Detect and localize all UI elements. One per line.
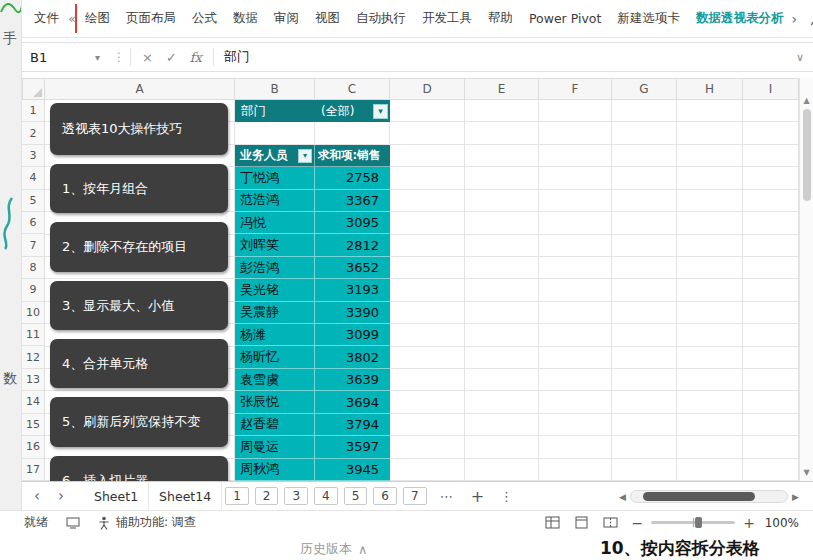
ribbon-tab-6[interactable]: 审阅 xyxy=(266,0,307,37)
sheet-tab-Sheet14[interactable]: Sheet14 xyxy=(149,482,222,510)
zoom-level-label[interactable]: 100% xyxy=(763,516,799,530)
pivot-value-header-cell[interactable]: 求和项:销售 xyxy=(315,145,390,167)
accessibility-status-label[interactable]: 辅助功能: 调查 xyxy=(116,514,196,531)
column-header-A[interactable]: A xyxy=(45,78,235,100)
column-header-I[interactable]: I xyxy=(743,78,799,100)
zoom-slider-thumb[interactable] xyxy=(695,517,702,528)
sheet-tab-1[interactable]: 1 xyxy=(225,487,249,505)
cells-layer[interactable]: 部门 (全部) ▾ 业务人员 ▾ 求和项:销售 丁悦鸿2758范浩鸿3367冯悦… xyxy=(45,100,799,481)
pivot-value-cell[interactable]: 3639 xyxy=(315,369,390,391)
sheet-nav-left[interactable]: ‹ xyxy=(22,487,52,505)
pivot-name-cell[interactable]: 冯悦 xyxy=(235,212,315,234)
row-header-13[interactable]: 13 xyxy=(22,369,45,391)
row-header-14[interactable]: 14 xyxy=(22,391,45,413)
row-header-8[interactable]: 8 xyxy=(22,257,45,279)
page-layout-view-icon[interactable] xyxy=(574,516,589,529)
pivot-value-cell[interactable]: 2812 xyxy=(315,234,390,256)
column-header-H[interactable]: H xyxy=(677,78,743,100)
horizontal-scrollbar-track[interactable] xyxy=(630,490,788,503)
horizontal-scrollbar-thumb[interactable] xyxy=(643,492,755,501)
row-header-3[interactable]: 3 xyxy=(22,145,45,167)
pivot-name-cell[interactable]: 周秋鸿 xyxy=(235,459,315,481)
ribbon-tab-3[interactable]: 页面布局 xyxy=(118,0,184,37)
pivot-name-cell[interactable]: 袁雪虞 xyxy=(235,369,315,391)
zoom-slider[interactable] xyxy=(651,521,735,524)
row-header-12[interactable]: 12 xyxy=(22,346,45,368)
history-version-control[interactable]: 历史版本 ∧ xyxy=(300,540,368,558)
pivot-name-cell[interactable]: 丁悦鸿 xyxy=(235,167,315,189)
pivot-name-cell[interactable]: 杨潍 xyxy=(235,324,315,346)
pivot-name-cell[interactable]: 刘晖笑 xyxy=(235,234,315,256)
vertical-scrollbar[interactable]: ▲ ▼ xyxy=(799,78,813,481)
pivot-name-cell[interactable]: 吴震静 xyxy=(235,302,315,324)
formula-bar-expand-icon[interactable]: ∨ xyxy=(796,51,813,64)
pivot-filter-value-cell[interactable]: (全部) ▾ xyxy=(315,100,390,122)
column-header-B[interactable]: B xyxy=(235,78,315,100)
row-header-4[interactable]: 4 xyxy=(22,167,45,189)
pivot-value-cell[interactable]: 3095 xyxy=(315,212,390,234)
column-header-D[interactable]: D xyxy=(390,78,465,100)
ribbon-tab-5[interactable]: 数据 xyxy=(225,0,266,37)
caret-up-icon[interactable]: ∧ xyxy=(358,542,368,557)
ribbon-tab-1[interactable]: 文件 xyxy=(26,0,67,37)
ribbon-tab-10[interactable]: 帮助 xyxy=(480,0,521,37)
sheet-menu-button[interactable]: ⋮ xyxy=(492,489,521,504)
ribbon-tab-12[interactable]: 新建选项卡 xyxy=(609,0,688,37)
row-header-11[interactable]: 11 xyxy=(22,324,45,346)
row-header-1[interactable]: 1 xyxy=(22,100,45,122)
row-header-10[interactable]: 10 xyxy=(22,302,45,324)
zoom-out-button[interactable]: − xyxy=(632,515,644,531)
select-all-button[interactable] xyxy=(22,78,45,100)
pivot-name-cell[interactable]: 周曼运 xyxy=(235,436,315,458)
scroll-down-icon[interactable]: ▼ xyxy=(803,468,809,481)
column-header-G[interactable]: G xyxy=(612,78,677,100)
ribbon-tab-2[interactable]: 绘图 xyxy=(77,0,118,37)
pivot-value-cell[interactable]: 3367 xyxy=(315,190,390,212)
pivot-value-cell[interactable]: 3099 xyxy=(315,324,390,346)
vertical-scrollbar-thumb[interactable] xyxy=(803,109,811,201)
pivot-filter-field-cell[interactable]: 部门 xyxy=(235,100,315,122)
sheet-tab-4[interactable]: 4 xyxy=(314,487,338,505)
pivot-name-cell[interactable]: 吴光铭 xyxy=(235,279,315,301)
ribbon-tab-9[interactable]: 开发工具 xyxy=(414,0,480,37)
sheet-tab-Sheet1[interactable]: Sheet1 xyxy=(84,482,149,510)
sheet-tabs-overflow[interactable]: ⋯ xyxy=(430,489,463,504)
chevron-down-icon[interactable]: ▾ xyxy=(95,52,100,63)
pivot-value-cell[interactable]: 3652 xyxy=(315,257,390,279)
ribbon-tab-4[interactable]: 公式 xyxy=(184,0,225,37)
pivot-value-cell[interactable]: 3597 xyxy=(315,436,390,458)
normal-view-icon[interactable] xyxy=(545,516,560,529)
enter-button[interactable]: ✓ xyxy=(166,50,177,65)
sheet-tab-3[interactable]: 3 xyxy=(284,487,308,505)
sheet-tab-6[interactable]: 6 xyxy=(373,487,397,505)
ribbon-tab-8[interactable]: 自动执行 xyxy=(348,0,414,37)
scroll-up-icon[interactable]: ▲ xyxy=(803,96,809,105)
row-header-5[interactable]: 5 xyxy=(22,190,45,212)
ribbon-tab-11[interactable]: Power Pivot xyxy=(521,0,609,37)
insert-function-button[interactable]: fx xyxy=(190,50,202,65)
pivot-value-cell[interactable]: 3802 xyxy=(315,346,390,368)
row-header-7[interactable]: 7 xyxy=(22,234,45,256)
row-header-6[interactable]: 6 xyxy=(22,212,45,234)
pivot-name-cell[interactable]: 赵香碧 xyxy=(235,414,315,436)
column-header-E[interactable]: E xyxy=(465,78,539,100)
ribbon-overflow-chevron[interactable]: › xyxy=(791,11,797,27)
accessibility-icon[interactable] xyxy=(98,516,110,530)
pivot-name-cell[interactable]: 范浩鸿 xyxy=(235,190,315,212)
pivot-value-cell[interactable]: 2758 xyxy=(315,167,390,189)
sheet-tab-2[interactable]: 2 xyxy=(255,487,279,505)
ribbon-tab-13[interactable]: 数据透视表分析 xyxy=(688,0,792,37)
scroll-left-icon[interactable]: ◀ xyxy=(619,492,626,502)
row-header-16[interactable]: 16 xyxy=(22,436,45,458)
pivot-name-cell[interactable]: 彭浩鸿 xyxy=(235,257,315,279)
row-header-9[interactable]: 9 xyxy=(22,279,45,301)
pivot-value-cell[interactable]: 3193 xyxy=(315,279,390,301)
sheet-nav-right[interactable]: › xyxy=(52,487,84,505)
column-header-C[interactable]: C xyxy=(315,78,390,100)
cancel-button[interactable]: × xyxy=(142,50,153,65)
name-box[interactable]: B1 ▾ xyxy=(22,43,108,71)
pivot-value-cell[interactable]: 3390 xyxy=(315,302,390,324)
person-icon[interactable] xyxy=(809,11,813,27)
column-header-F[interactable]: F xyxy=(539,78,612,100)
pivot-value-cell[interactable]: 3945 xyxy=(315,459,390,481)
